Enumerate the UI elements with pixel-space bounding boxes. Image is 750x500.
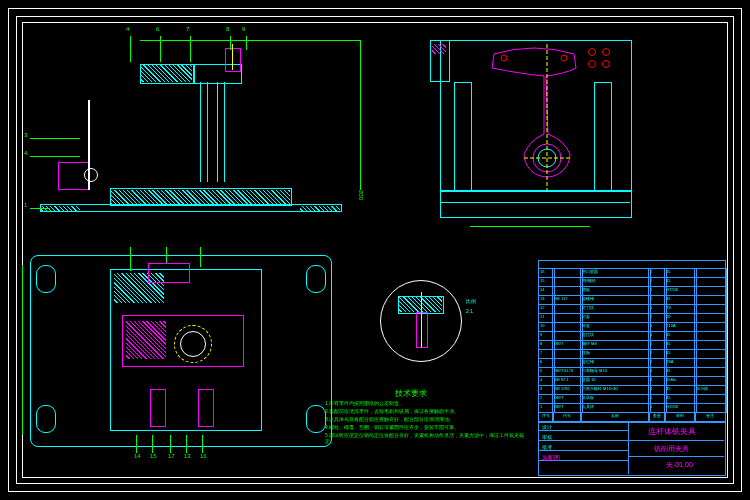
tb-label: 审核 (542, 434, 552, 440)
front-view: 4 6 7 8 9 3 4 1 200 (40, 30, 360, 230)
clamp-top (148, 263, 190, 283)
parts-cell (694, 331, 727, 341)
hole (602, 60, 610, 68)
slot (306, 405, 326, 433)
parts-cell (694, 358, 727, 368)
stem-il (207, 82, 208, 182)
parts-cell (552, 331, 583, 341)
parts-cell: 35 (664, 367, 697, 377)
parts-cell (552, 313, 583, 323)
bolt-axis (232, 44, 233, 70)
dim (470, 226, 590, 227)
tb-div (628, 422, 629, 474)
dim-top (140, 40, 360, 41)
tech-req-line: 5.调试时应使定位销与定位块配合良好，夹紧机构动作灵活，夹紧力适中，保证工件装夹… (325, 432, 525, 444)
d-label: 2:1 (466, 308, 473, 314)
balloon: 6 (156, 26, 159, 32)
top-bolt (225, 48, 241, 72)
parts-cell (552, 286, 583, 296)
svg-point-2 (501, 55, 507, 61)
drawing-no: 夹-01.00 (666, 460, 693, 470)
parts-cell (694, 295, 727, 305)
hole (602, 48, 610, 56)
parts-cell: GB/T (552, 340, 583, 350)
balloon: 3 (24, 132, 27, 138)
parts-cell: GB 5782 (552, 385, 583, 395)
bolt (198, 389, 214, 427)
parts-cell: 35 (664, 340, 697, 350)
parts-cell (694, 313, 727, 323)
parts-cell: 定位块 (580, 331, 651, 341)
parts-cell: HT200 (664, 286, 697, 296)
hdr: 材料 (664, 412, 696, 422)
slot-right (594, 82, 612, 192)
axis (421, 292, 422, 348)
parts-cell: GB/T (552, 394, 583, 404)
parts-cell: 钻套 (580, 322, 651, 332)
hatch (110, 190, 290, 206)
leader (130, 247, 131, 271)
plan-view: 14 15 17 13 16 (30, 245, 360, 455)
parts-cell: T10A (664, 322, 697, 332)
d-bolt (416, 312, 428, 348)
parts-cell (694, 340, 727, 350)
leader (30, 156, 80, 157)
tb-assembly: 装配图 (542, 454, 560, 463)
hdr: 代号 (552, 412, 582, 422)
parts-cell: 压板 (580, 349, 651, 359)
leader (230, 36, 231, 50)
parts-cell: 45 (664, 349, 697, 359)
stem-r (224, 82, 225, 182)
parts-cell: GB 117 (552, 295, 583, 305)
leader (30, 208, 50, 209)
slot-left (454, 82, 472, 192)
balloon: 15 (150, 453, 157, 459)
column-left (88, 100, 90, 190)
tb-label: 批准 (542, 444, 552, 450)
parts-cell: 螺柱 M8 (580, 340, 651, 350)
parts-cell: 底板 (580, 286, 651, 296)
axis-circle (174, 325, 212, 363)
parts-cell (694, 376, 727, 386)
hatch (126, 321, 166, 359)
connecting-rod (474, 44, 594, 194)
parts-cell (694, 268, 727, 278)
parts-cell (552, 349, 583, 359)
leader (202, 435, 203, 453)
hatch (140, 64, 192, 82)
tb-div (538, 440, 628, 441)
tech-req-title: 技术要求 (395, 388, 427, 399)
detail-content (392, 292, 448, 348)
leader (30, 138, 80, 139)
parts-cell (552, 304, 583, 314)
title-main: 连杆体铣夹具 (648, 426, 696, 437)
parts-cell: T8A (664, 358, 697, 368)
parts-cell: 45 (664, 331, 697, 341)
parts-cell: 35 (664, 295, 697, 305)
tb-div (628, 456, 724, 457)
tb-div (538, 450, 628, 451)
parts-cell: 45 (664, 394, 697, 404)
leader (186, 435, 187, 453)
balloon: 17 (168, 453, 175, 459)
tech-req-line: 3.夹具体与底板配合面应接触良好，配合部分应涂润滑油。 (325, 416, 454, 422)
parts-cell: 45 (664, 268, 697, 278)
leader (190, 36, 191, 62)
balloon: 4 (126, 26, 129, 32)
parts-cell (552, 277, 583, 287)
parts-cell (694, 394, 727, 404)
parts-cell (694, 277, 727, 287)
parts-cell: 20 (664, 313, 697, 323)
parts-cell: 支承板 (580, 394, 651, 404)
parts-cell (552, 358, 583, 368)
parts-cell: 六角头螺栓 M10×30 (580, 385, 651, 395)
hatch (398, 296, 442, 312)
balloon: 13 (184, 453, 191, 459)
parts-cell (694, 286, 727, 296)
tb-label: 设计 (542, 424, 552, 430)
leader (152, 435, 153, 453)
pin-circle (84, 168, 98, 182)
parts-cell (694, 322, 727, 332)
parts-cell: 10.9级 (694, 385, 727, 395)
hdr: 名称 (580, 412, 650, 422)
